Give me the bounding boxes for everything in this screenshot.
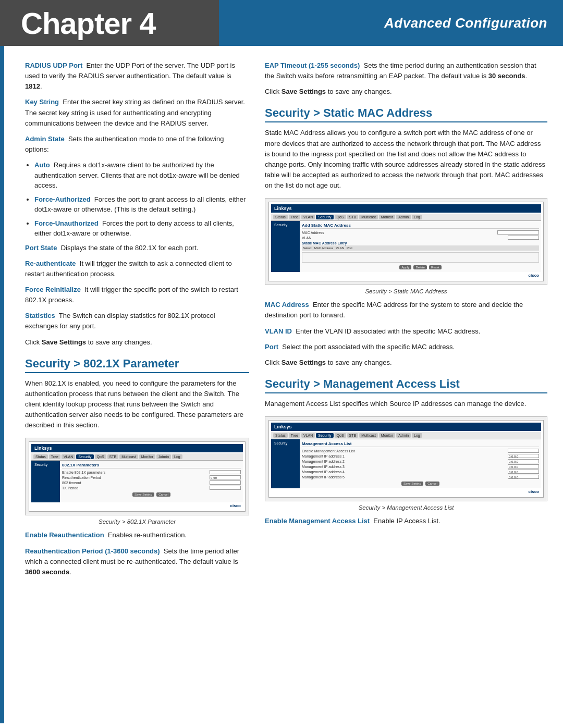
save-btn-mgmt[interactable]: Save Setting [401,482,423,486]
apply-btn-static[interactable]: Apply [399,265,411,269]
linksys-row-ip5: Management IP address 5 0.0.0.0 [302,475,539,479]
nav-status-s: Status [273,215,288,219]
linksys-title-static: Add Static MAC Address [302,223,539,229]
nav-monitor: Monitor [139,454,155,459]
port-state-text: Port State Displays the state of the 802… [25,243,249,253]
re-authenticate-term: Re-authenticate [25,260,76,267]
cisco-logo-mgmt: cisco [271,488,541,495]
section-802-intro: When 802.1X is enabled, you need to conf… [25,378,249,431]
key-string-term: Key String [25,98,59,106]
section-heading-static-mac: Security > Static MAC Address [265,106,547,122]
linksys-body-mgmt: Security Management Access List Enable M… [271,439,541,488]
nav-multicast-s: Multicast [359,215,378,219]
linksys-title-mgmt: Management Access List [302,441,539,447]
screenshot-mgmt: Linksys Status Tree VLAN Security QoS ST… [265,416,547,501]
enable-mgmt-text: Enable Management Access List Enable IP … [265,516,547,526]
nav-status: Status [33,454,48,459]
linksys-row-timeout: 802 timeout [62,480,241,485]
nav-vlan-m: VLAN [301,433,315,438]
cancel-btn-802[interactable]: Cancel [156,492,170,497]
radius-udp-port-text: RADIUS UDP Port Enter the UDP Port of th… [25,60,249,92]
nav-tree: Tree [49,454,60,459]
chapter-title: Chapter 4 [21,6,156,41]
linksys-brand-mgmt: Linksys [271,423,541,431]
blue-sidebar [0,46,4,723]
nav-tree-m: Tree [289,433,300,438]
linksys-nav-802: Status Tree VLAN Security QoS STB Multic… [31,453,243,461]
linksys-table-title: Static MAC Address Entry [302,241,539,245]
nav-admin-m: Admin [396,433,411,438]
radius-term: RADIUS UDP Port [25,61,82,69]
mac-address-term: MAC Address [265,301,309,309]
nav-status-m: Status [273,433,288,438]
nav-log: Log [172,454,182,459]
left-column: RADIUS UDP Port Enter the UDP Port of th… [25,60,249,713]
eap-timeout-term: EAP Timeout (1-255 seconds) [265,61,360,69]
linksys-content-802: 802.1X Parameters Enable 802.1X paramete… [60,461,243,502]
port-static-term: Port [265,343,278,351]
port-state-term: Port State [25,244,57,252]
section-heading-mgmt: Security > Management Access List [265,377,547,393]
delete-btn-static[interactable]: Delete [413,265,426,269]
bullet-force-unauthorized: Force-Unauthorized Forces the port to de… [34,218,249,239]
statistics-text: Statistics The Switch can display statis… [25,311,249,331]
mgmt-intro: Management Access List specifies which S… [265,399,547,409]
linksys-row-reauth: Reauthentication Period 0-60 [62,475,241,479]
caption-802: Security > 802.1X Parameter [25,519,249,525]
reauth-period-term: Reauthentication Period (1-3600 seconds) [25,547,160,555]
nav-vlan: VLAN [62,454,75,459]
screenshot-802: Linksys Status Tree VLAN Security QoS ST… [25,438,249,515]
static-mac-intro: Static MAC Address allows you to configu… [265,128,547,191]
nav-monitor-s: Monitor [379,215,395,219]
eap-timeout-text: EAP Timeout (1-255 seconds) Sets the tim… [265,60,547,81]
admin-state-text: Admin State Sets the authentication mode… [25,134,249,155]
nav-admin: Admin [156,454,171,459]
section-title-area: Advanced Configuration [219,0,563,46]
linksys-buttons-mgmt: Save Setting Cancel [302,481,539,486]
save-settings-1: Click Save Settings to save any changes. [25,337,249,348]
enable-mgmt-term: Enable Management Access List [265,517,370,525]
cisco-logo-802: cisco [31,502,243,509]
force-reinitialize-text: Force Reinitialize It will trigger the s… [25,285,249,305]
linksys-buttons-802: Save Setting Cancel [62,492,241,497]
caption-static-mac: Security > Static MAC Address [265,288,547,294]
nav-stb-s: STB [347,215,359,219]
linksys-row-ip2: Management IP address 2 0.0.0.0 [302,459,539,463]
linksys-ui-mgmt: Linksys Status Tree VLAN Security QoS ST… [268,420,544,498]
cancel-btn-mgmt[interactable]: Cancel [425,482,439,486]
linksys-table-header: Select MAC Address VLAN Port [302,245,539,251]
enable-reauth-term: Enable Reauthentication [25,531,104,539]
linksys-row-enable-mgmt: Enable Management Access List [302,449,539,453]
nav-multicast-m: Multicast [359,433,378,438]
linksys-title-802: 802.1X Parameters [62,463,241,468]
linksys-row-ip4: Management IP address 4 0.0.0.0 [302,470,539,474]
force-reinitialize-term: Force Reinitialize [25,286,81,293]
linksys-row-ip3: Management IP address 3 0.0.0.0 [302,464,539,468]
nav-monitor-m: Monitor [379,433,395,438]
nav-vlan-s: VLAN [301,215,315,219]
vlan-id-term: VLAN ID [265,327,292,335]
linksys-content-static: Add Static MAC Address MAC Address VLAN … [300,221,541,272]
vlan-id-text: VLAN ID Enter the VLAN ID associated wit… [265,326,547,337]
linksys-brand-static: Linksys [271,204,541,213]
linksys-row-txperiod: TX Period [62,486,241,490]
nav-multicast: Multicast [119,454,138,459]
chapter-title-area: Chapter 4 [0,0,219,46]
linksys-row-ip1: Management IP address 1 0.0.0.0 [302,454,539,458]
reset-btn-static[interactable]: Reset [429,265,442,269]
bullet-force-authorized: Force-Authorized Forces the port to gran… [34,194,249,215]
re-authenticate-text: Re-authenticate It will trigger the swit… [25,258,249,279]
linksys-nav-mgmt: Status Tree VLAN Security QoS STB Multic… [271,432,541,439]
nav-security-m: Security [316,433,333,438]
linksys-body-static: Security Add Static MAC Address MAC Addr… [271,221,541,272]
linksys-table-body [302,252,539,263]
nav-log-m: Log [412,433,422,438]
enable-reauth-text: Enable Reauthentication Enables re-authe… [25,530,249,540]
linksys-content-mgmt: Management Access List Enable Management… [300,439,541,488]
linksys-buttons-static: Apply Delete Reset [302,265,539,270]
reauth-period-text: Reauthentication Period (1-3600 seconds)… [25,546,249,577]
linksys-section-label-static: Security [271,221,300,272]
save-setting-btn-802[interactable]: Save Setting [132,492,154,497]
linksys-body-802: Security 802.1X Parameters Enable 802.1X… [31,461,243,502]
nav-security-active: Security [76,454,93,459]
